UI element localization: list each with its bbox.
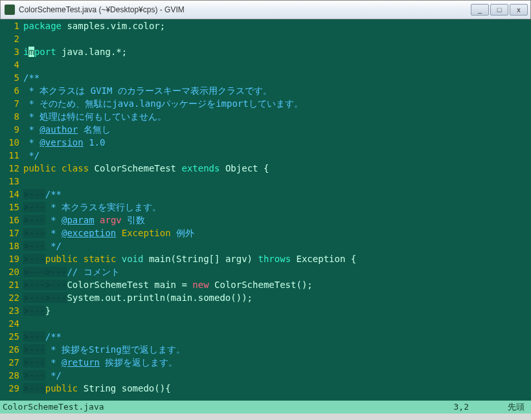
line-number-gutter: 1234567891011121314151617181920212223242… (0, 19, 23, 401)
line-number: 23 (0, 304, 19, 317)
code-line[interactable]: import java.lang.*; (23, 45, 531, 58)
line-number: 12 (0, 162, 19, 175)
code-line[interactable]: >---public String somedo(){ (23, 382, 531, 395)
code-line[interactable]: >---} (23, 304, 531, 317)
code-line[interactable]: public class ColorSchemeTest extends Obj… (23, 162, 531, 175)
status-mode: 先頭 (508, 401, 525, 414)
line-number: 22 (0, 291, 19, 304)
line-number: 2 (0, 32, 19, 45)
minimize-button[interactable]: _ (471, 4, 489, 16)
line-number: 20 (0, 265, 19, 278)
line-number: 19 (0, 252, 19, 265)
code-line[interactable]: >--->---// コメント (23, 265, 531, 278)
code-line[interactable]: package samples.vim.color; (23, 19, 531, 32)
status-filename: ColorSchemeTest.java (3, 401, 454, 414)
line-number: 10 (0, 136, 19, 149)
code-content[interactable]: package samples.vim.color;import java.la… (23, 19, 531, 401)
code-line[interactable]: */ (23, 149, 531, 162)
code-line[interactable] (23, 32, 531, 45)
close-button[interactable]: x (510, 4, 528, 16)
code-line[interactable]: >--- * @exception Exception 例外 (23, 227, 531, 239)
line-number: 3 (0, 45, 19, 58)
code-line[interactable]: * @author 名無し (23, 123, 531, 136)
line-number: 14 (0, 188, 19, 201)
line-number: 11 (0, 149, 19, 162)
line-number: 25 (0, 330, 19, 343)
code-line[interactable]: * 本クラスは GVIM のカラースキーマ表示用クラスです。 (23, 84, 531, 97)
code-line[interactable]: * @version 1.0 (23, 136, 531, 149)
code-line[interactable] (23, 58, 531, 71)
code-line[interactable]: >--->---ColorSchemeTest main = new Color… (23, 278, 531, 291)
line-number: 26 (0, 343, 19, 356)
window-title: ColorSchemeTest.java (~¥Desktop¥cps) - G… (19, 5, 471, 14)
code-line[interactable]: * そのため、無駄にjava.langパッケージをimportしています。 (23, 97, 531, 110)
code-line[interactable]: >--- * 挨拶をString型で返します。 (23, 343, 531, 356)
app-icon (5, 5, 15, 15)
line-number: 16 (0, 214, 19, 227)
line-number: 18 (0, 239, 19, 252)
bottom-padding (0, 414, 531, 420)
gvim-window: ColorSchemeTest.java (~¥Desktop¥cps) - G… (0, 0, 531, 420)
code-line[interactable]: >--- * @return 挨拶を返します。 (23, 356, 531, 369)
line-number: 21 (0, 278, 19, 291)
code-line[interactable]: >--- * 本クラスを実行します。 (23, 201, 531, 214)
line-number: 24 (0, 317, 19, 330)
code-line[interactable]: >---public static void main(String[] arg… (23, 252, 531, 265)
code-line[interactable]: >--- */ (23, 239, 531, 252)
line-number: 8 (0, 110, 19, 123)
line-number: 29 (0, 382, 19, 395)
editor-area[interactable]: 1234567891011121314151617181920212223242… (0, 19, 531, 401)
titlebar[interactable]: ColorSchemeTest.java (~¥Desktop¥cps) - G… (0, 0, 531, 19)
code-line[interactable]: >--- * @param argv 引数 (23, 214, 531, 227)
code-line[interactable]: /** (23, 71, 531, 84)
line-number: 28 (0, 369, 19, 382)
window-buttons: _ □ x (471, 4, 528, 16)
line-number: 13 (0, 175, 19, 188)
code-line[interactable]: >---/** (23, 330, 531, 343)
code-line[interactable] (23, 175, 531, 188)
code-line[interactable] (23, 317, 531, 330)
line-number: 15 (0, 201, 19, 214)
line-number: 6 (0, 84, 19, 97)
line-number: 5 (0, 71, 19, 84)
line-number: 1 (0, 19, 19, 32)
maximize-button[interactable]: □ (490, 4, 508, 16)
line-number: 9 (0, 123, 19, 136)
line-number: 27 (0, 356, 19, 369)
code-line[interactable]: >--->---System.out.println(main.somedo()… (23, 291, 531, 304)
line-number: 7 (0, 97, 19, 110)
code-line[interactable]: * 処理は特に何もしていません。 (23, 110, 531, 123)
status-cursor-position: 3,2 (454, 401, 469, 414)
code-line[interactable]: >--- */ (23, 369, 531, 382)
code-line[interactable]: >---/** (23, 188, 531, 201)
line-number: 4 (0, 58, 19, 71)
line-number: 17 (0, 227, 19, 239)
statusbar: ColorSchemeTest.java 3,2 先頭 (0, 401, 531, 414)
